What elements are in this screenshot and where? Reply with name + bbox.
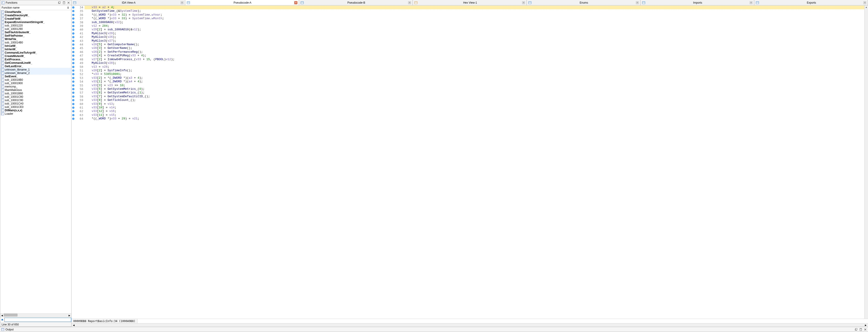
breakpoint-gutter[interactable] [71,21,75,24]
code-line[interactable]: v33[5] = GetSystemMetrics_(0); [85,87,864,91]
breakpoint-gutter[interactable] [71,113,75,117]
code-line[interactable]: v27[2] = IsWow64Process_(v33 + 15, (PBOO… [85,58,864,61]
functions-search-input[interactable] [4,318,71,322]
tab-close-icon[interactable]: ✕ [408,1,411,4]
breakpoint-gutter[interactable] [71,102,75,106]
tab-imports[interactable]: Imports✕ [641,0,754,5]
function-row[interactable]: fSetFilePointer_ [0,34,71,37]
tab-pseudocode-a[interactable]: Pseudocode-A✕ [185,0,299,5]
code-line[interactable]: v33[8] = GetTickCount_(); [85,98,864,102]
code-line[interactable]: MyAlloc3(v26); [85,35,864,39]
code-line[interactable]: v12 = 284; [85,24,864,28]
tab-close-icon[interactable]: ✕ [749,1,753,4]
breakpoint-gutter[interactable] [71,32,75,35]
function-row[interactable]: fsub_10001290 [0,27,71,31]
function-row[interactable]: fsub_10001CA0 [0,102,71,105]
tab-close-icon[interactable]: ✕ [863,1,866,4]
code-line[interactable]: v13 = v28; [85,65,864,69]
function-row[interactable]: fsub_10001C90 [0,98,71,102]
search-clear-icon[interactable]: ✖ [0,318,4,321]
function-row[interactable]: fsub_100018B0 [0,78,71,82]
output-close-button[interactable] [864,328,867,331]
breakpoint-gutter[interactable] [71,6,75,9]
code-line[interactable]: *((_WORD *)v33 + 33) = SystemTime.wMonth… [85,17,864,20]
function-row[interactable]: fExitProcess_ [0,58,71,61]
function-row[interactable]: fGetCommandLineW_ [0,61,71,64]
breakpoint-gutter[interactable] [71,47,75,50]
panel-restore-button[interactable] [58,1,61,4]
code-line[interactable]: v28[2] = SysTimeInfo(); [85,69,864,72]
breakpoint-gutter[interactable] [71,91,75,94]
breakpoint-gutter[interactable] [71,87,75,91]
function-row[interactable]: fsub_10001220 [0,24,71,27]
code-line[interactable]: v33[1] = *(_DWORD *)(a4 + 4); [85,80,864,84]
tab-hex-view-1[interactable]: Hex View-1✕ [413,0,527,5]
code-view[interactable]: v33 = a2 + 4; GetSystemTime_(&SystemTime… [85,5,864,319]
tab-close-icon[interactable]: ✕ [181,1,184,4]
code-line[interactable]: v29[2] = sub_1000AD10(&v12); [85,28,864,31]
function-row[interactable]: fsub_100014B0 [0,41,71,44]
tab-close-icon[interactable]: ✕ [636,1,639,4]
code-line[interactable]: v28[4] = CreateCPUReg(v33 + 4); [85,54,864,57]
code-line[interactable]: v33[10] = v14; [85,106,864,110]
code-line[interactable]: sub_10009A60(v22); [85,21,864,24]
tab-close-icon[interactable]: ✕ [294,1,298,4]
breakpoint-gutter[interactable] [71,117,75,121]
breakpoint-gutter[interactable] [71,65,75,69]
code-line[interactable]: v33[7] = GetSystemDefaultLCID_(); [85,95,864,98]
functions-column-header[interactable]: Function name [0,5,71,10]
breakpoint-gutter[interactable] [71,72,75,76]
function-row[interactable]: fmemcmp_ [0,85,71,88]
function-row[interactable]: funknown_libname_1 [0,68,71,71]
code-line[interactable]: GetSystemTime_(&SystemTime); [85,9,864,13]
tab-enums[interactable]: Enums✕ [527,0,641,5]
breakpoint-gutter[interactable] [71,43,75,47]
function-row[interactable]: fCloseHandle_ [0,10,71,13]
breakpoint-gutter[interactable] [71,95,75,98]
function-row[interactable]: flstrlenW_ [0,48,71,51]
code-hscrollbar[interactable]: ◄ ► [71,323,868,327]
function-row[interactable]: fSetFileAttributesW_ [0,31,71,34]
panel-close-button[interactable] [67,1,70,4]
code-vscrollbar[interactable]: ▲ [864,5,868,319]
breakpoint-gutter[interactable] [71,69,75,72]
function-row[interactable]: fsub_10001CE0 [0,105,71,109]
code-line[interactable]: v33[9] = v13; [85,102,864,106]
function-row[interactable]: fDllMain(x,x,x) [0,109,71,112]
breakpoint-gutter[interactable] [71,50,75,54]
code-line[interactable]: v28[5] = GetComputerName(); [85,43,864,47]
code-line[interactable]: *((_WORD *)v33 + 29) = v21; [85,117,864,121]
breakpoint-gutter[interactable] [71,9,75,13]
code-line[interactable]: v28[3] = GetUserName(); [85,47,864,50]
code-line[interactable]: v33[12] = v16; [85,110,864,113]
breakpoint-gutter[interactable] [71,35,75,39]
function-row[interactable]: fsub_10001C80 [0,95,71,98]
breakpoint-gutter[interactable] [71,39,75,43]
code-line[interactable]: *((_WORD *)v33 + 32) = SystemTime.wYear; [85,13,864,17]
code-line[interactable]: v33[3] = v23 >> 10; [85,84,864,87]
breakpoint-gutter[interactable] [71,17,75,20]
function-row[interactable]: fMainMalicious [0,88,71,92]
code-line[interactable]: v33[11] = v15; [85,113,864,117]
code-line[interactable]: *v33 = 538510081; [85,72,864,76]
function-row[interactable]: fCreateFileW_ [0,17,71,20]
function-row[interactable]: fCreateDirectoryW_ [0,13,71,17]
code-line[interactable]: v33[6] = GetSystemMetrics_(1); [85,91,864,94]
breakpoint-gutter[interactable] [71,98,75,102]
breakpoint-gutter[interactable] [71,80,75,84]
code-line[interactable]: v26[2] = SetPerformanceReg(); [85,50,864,54]
function-row[interactable]: fWriteFile_ [0,37,71,41]
header-scroll-arrows[interactable] [66,6,70,9]
tab-exports[interactable]: Exports✕ [754,0,868,5]
panel-minimize-button[interactable] [62,1,66,4]
scroll-left-icon[interactable]: ◄ [72,324,75,327]
code-line[interactable]: MyAlloc3(v28); [85,61,864,65]
function-row[interactable]: fsub_10001B60 [0,92,71,95]
output-minimize-button[interactable] [859,328,863,331]
function-row[interactable]: fSetEvent_ [0,74,71,78]
scroll-right-icon[interactable]: ► [68,314,71,317]
tab-pseudocode-b[interactable]: Pseudocode-B✕ [299,0,413,5]
function-row[interactable]: fsub_10001900 [0,82,71,85]
breakpoint-gutter[interactable] [71,28,75,31]
breakpoint-gutter[interactable] [71,54,75,57]
